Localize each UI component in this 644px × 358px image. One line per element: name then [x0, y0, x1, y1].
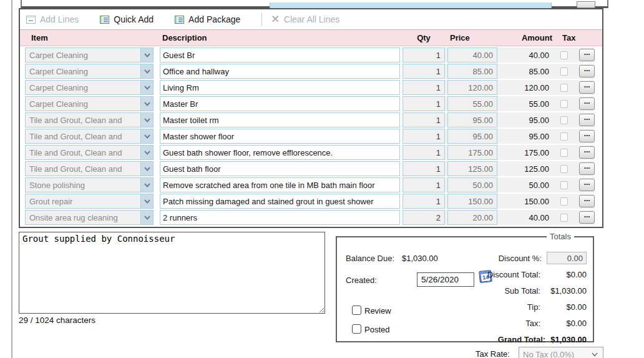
row-options-button[interactable]: ...	[579, 49, 595, 61]
qty-input[interactable]	[402, 194, 445, 209]
tax-checkbox[interactable]	[560, 132, 568, 141]
qty-input[interactable]	[402, 129, 445, 144]
item-dropdown[interactable]: Tile and Grout, Clean and	[25, 161, 154, 176]
tax-checkbox[interactable]	[560, 197, 568, 206]
description-input[interactable]	[160, 145, 400, 160]
item-dropdown[interactable]: Tile and Grout, Clean and	[25, 129, 154, 144]
description-input[interactable]	[160, 64, 400, 79]
description-input[interactable]	[160, 210, 400, 225]
tax-checkbox[interactable]	[560, 84, 568, 92]
qty-input[interactable]	[402, 145, 445, 160]
tax-checkbox[interactable]	[560, 214, 568, 222]
qty-input[interactable]	[402, 80, 445, 95]
price-input[interactable]	[447, 194, 497, 209]
row-right-section: 120.00 ...	[402, 80, 595, 95]
quick-add-button[interactable]: Quick Add	[100, 14, 154, 24]
price-input[interactable]	[447, 96, 497, 111]
item-dropdown[interactable]: Stone polishing	[25, 177, 154, 192]
item-dropdown[interactable]: Grout repair	[25, 194, 154, 209]
tax-checkbox[interactable]	[560, 165, 568, 173]
row-right-section: 50.00 ...	[402, 177, 595, 192]
row-right-section: 125.00 ...	[402, 161, 595, 176]
row-options-button[interactable]: ...	[579, 146, 595, 159]
item-dropdown[interactable]: Carpet Cleaning	[25, 47, 154, 62]
tax-checkbox[interactable]	[560, 51, 568, 59]
description-input[interactable]	[160, 161, 400, 176]
tip-value: $0.00	[545, 302, 587, 312]
row-options-button[interactable]: ...	[579, 114, 595, 126]
description-input[interactable]	[160, 177, 400, 192]
posted-checkbox[interactable]	[352, 324, 361, 334]
description-input[interactable]	[160, 129, 400, 144]
item-dropdown[interactable]: Onsite area rug cleaning	[25, 210, 154, 225]
qty-input[interactable]	[402, 64, 445, 79]
description-input[interactable]	[160, 194, 400, 209]
tax-checkbox[interactable]	[560, 181, 568, 189]
tip-row: Tip: $0.00	[471, 299, 587, 315]
item-dropdown-value: Onsite area rug cleaning	[26, 211, 140, 224]
item-dropdown[interactable]: Tile and Grout, Clean and	[25, 145, 154, 160]
item-dropdown-value: Grout repair	[26, 194, 140, 208]
item-dropdown-value: Stone polishing	[26, 178, 140, 192]
description-input[interactable]	[160, 80, 400, 95]
description-input[interactable]	[160, 96, 400, 111]
price-input[interactable]	[447, 64, 497, 79]
price-input[interactable]	[447, 145, 497, 160]
tax-checkbox[interactable]	[560, 100, 568, 108]
qty-input[interactable]	[402, 112, 445, 127]
description-input[interactable]	[160, 112, 400, 127]
table-row: Tile and Grout, Clean and 125.00 ...	[20, 161, 602, 176]
add-package-button[interactable]: Add Package	[175, 14, 240, 24]
clear-x-icon: ✕	[271, 14, 279, 24]
row-options-button[interactable]: ...	[579, 81, 595, 94]
description-input[interactable]	[160, 47, 400, 62]
table-add-icon	[26, 16, 36, 24]
tax-rate-label: Tax Rate:	[476, 349, 510, 358]
clear-all-lines-button[interactable]: ✕ Clear All Lines	[271, 14, 339, 24]
tax-rate-select[interactable]: No Tax (0.0%)	[519, 347, 603, 358]
item-dropdown[interactable]: Carpet Cleaning	[25, 80, 154, 95]
price-input[interactable]	[447, 177, 497, 192]
item-dropdown[interactable]: Carpet Cleaning	[25, 96, 154, 111]
qty-input[interactable]	[402, 47, 445, 62]
toolbar-separator	[261, 13, 262, 26]
row-right-section: 55.00 ...	[402, 96, 595, 111]
price-input[interactable]	[447, 112, 497, 127]
clear-all-lines-label: Clear All Lines	[284, 14, 340, 24]
qty-input[interactable]	[402, 161, 445, 176]
price-input[interactable]	[447, 129, 497, 144]
column-header-tax: Tax	[562, 33, 575, 42]
invoice-editor-page: Add Lines Quick Add	[0, 0, 644, 358]
tax-checkbox[interactable]	[560, 116, 568, 124]
row-options-button[interactable]: ...	[579, 195, 595, 207]
row-options-button[interactable]: ...	[579, 179, 595, 191]
row-options-button[interactable]: ...	[579, 162, 595, 175]
table-row: Tile and Grout, Clean and 95.00 ...	[20, 112, 602, 127]
price-input[interactable]	[447, 80, 497, 95]
price-input[interactable]	[447, 161, 497, 176]
qty-input[interactable]	[402, 177, 445, 192]
add-lines-button[interactable]: Add Lines	[26, 14, 79, 24]
row-options-button[interactable]: ...	[579, 130, 595, 142]
qty-input[interactable]	[402, 96, 445, 111]
tax-checkbox[interactable]	[560, 149, 568, 157]
price-input[interactable]	[447, 210, 497, 225]
price-input[interactable]	[447, 47, 497, 62]
chevron-down-icon	[140, 178, 153, 192]
row-options-button[interactable]: ...	[579, 211, 595, 224]
amount-value: 40.00	[500, 51, 549, 60]
chevron-down-icon	[140, 97, 153, 111]
row-options-button[interactable]: ...	[579, 97, 595, 110]
balance-due-value: $1,030.00	[402, 254, 438, 263]
row-options-button[interactable]: ...	[579, 65, 595, 77]
created-date-input[interactable]	[417, 272, 474, 287]
item-dropdown[interactable]: Carpet Cleaning	[25, 64, 154, 79]
discount-pct-input[interactable]	[547, 252, 587, 264]
item-dropdown[interactable]: Tile and Grout, Clean and	[25, 112, 154, 127]
item-dropdown-value: Carpet Cleaning	[26, 81, 140, 94]
review-checkbox[interactable]	[352, 306, 361, 315]
tax-checkbox[interactable]	[560, 67, 568, 76]
notes-textarea[interactable]: Grout supplied by Connoisseur	[19, 232, 325, 314]
qty-input[interactable]	[402, 210, 445, 225]
grand-total-value: $1,030.00	[550, 335, 587, 344]
